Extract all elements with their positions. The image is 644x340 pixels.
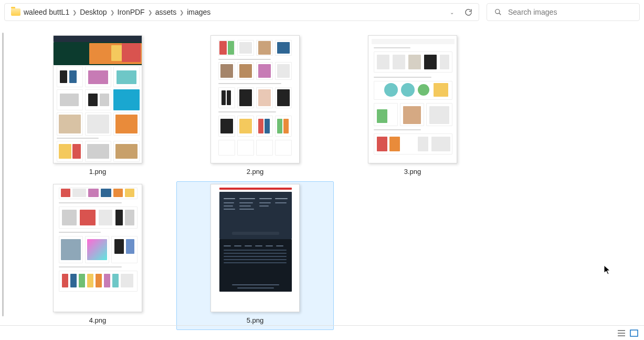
breadcrumb-item[interactable]: images — [187, 8, 210, 16]
file-item[interactable]: 2.png — [176, 33, 334, 181]
file-thumbnail — [368, 35, 457, 163]
svg-point-0 — [495, 9, 500, 14]
search-input[interactable] — [508, 8, 632, 16]
file-thumbnail — [210, 35, 300, 163]
address-bar-actions: ⌄ — [450, 8, 472, 16]
refresh-icon[interactable] — [464, 8, 472, 16]
file-thumbnail — [53, 184, 142, 312]
file-name: 4.png — [89, 316, 107, 324]
breadcrumb: waleed buttL1 ❯ Desktop ❯ IronPDF ❯ asse… — [24, 8, 210, 16]
thumbnails-view-button[interactable] — [629, 329, 639, 337]
search-icon — [494, 8, 502, 16]
breadcrumb-item[interactable]: assets — [155, 8, 176, 16]
file-name: 1.png — [89, 168, 107, 176]
chevron-right-icon: ❯ — [148, 9, 152, 15]
chevron-down-icon[interactable]: ⌄ — [450, 9, 454, 15]
chevron-right-icon: ❯ — [72, 9, 77, 15]
file-name: 5.png — [247, 316, 264, 324]
file-item[interactable]: 1.png — [19, 33, 176, 181]
toolbar: waleed buttL1 ❯ Desktop ❯ IronPDF ❯ asse… — [0, 0, 644, 24]
file-thumbnail — [53, 35, 142, 163]
file-thumbnail — [210, 184, 300, 312]
file-name: 3.png — [404, 168, 421, 176]
scrollbar[interactable] — [0, 25, 7, 324]
file-item[interactable]: 3.png — [334, 33, 491, 181]
details-view-button[interactable] — [617, 329, 626, 337]
address-bar[interactable]: waleed buttL1 ❯ Desktop ❯ IronPDF ❯ asse… — [4, 3, 479, 21]
breadcrumb-item[interactable]: waleed buttL1 — [24, 8, 69, 16]
chevron-right-icon: ❯ — [180, 9, 184, 15]
content-area: 1.png — [0, 25, 644, 324]
file-item[interactable]: 5.png — [176, 181, 334, 330]
file-item[interactable]: 4.png — [19, 181, 176, 330]
svg-line-1 — [499, 13, 501, 15]
search-box[interactable] — [487, 3, 640, 21]
folder-icon — [11, 8, 20, 16]
status-bar — [0, 325, 644, 340]
chevron-right-icon: ❯ — [110, 9, 114, 15]
scrollbar-thumb[interactable] — [2, 33, 4, 316]
file-name: 2.png — [247, 168, 264, 176]
svg-rect-5 — [630, 330, 638, 336]
file-grid: 1.png — [7, 25, 644, 324]
breadcrumb-item[interactable]: IronPDF — [118, 8, 145, 16]
breadcrumb-item[interactable]: Desktop — [80, 8, 107, 16]
